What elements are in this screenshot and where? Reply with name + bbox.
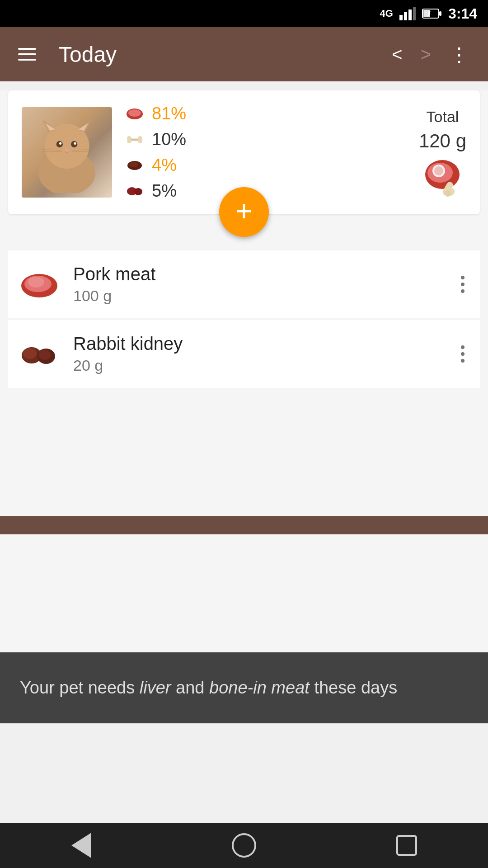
meat-pct: 81%	[152, 104, 186, 123]
pct-row-liver: 4%	[126, 156, 405, 175]
status-bar: 4G 3:14	[0, 0, 488, 27]
organ-icon-small	[126, 184, 144, 198]
list-item: Rabbit kidney 20 g	[8, 320, 480, 388]
bone-icon-small	[126, 133, 144, 146]
svg-point-29	[127, 139, 131, 143]
svg-rect-1	[404, 12, 407, 20]
list-item: Pork meat 100 g	[8, 250, 480, 318]
svg-rect-5	[439, 11, 441, 16]
svg-point-47	[23, 348, 37, 359]
total-value: 120 g	[419, 130, 466, 152]
percentage-list: 81% 10%	[126, 104, 405, 201]
menu-button[interactable]	[14, 43, 41, 65]
rabbit-kidney-weight: 20 g	[73, 357, 443, 374]
svg-point-18	[59, 142, 61, 145]
meat-icon	[126, 107, 144, 121]
nav-home-button[interactable]	[226, 827, 262, 863]
back-arrow[interactable]: <	[387, 40, 407, 69]
more-options-button[interactable]: ⋮	[445, 38, 474, 71]
back-nav-icon	[71, 833, 91, 858]
liver-icon-small	[126, 159, 144, 172]
nav-back-button[interactable]	[63, 827, 99, 863]
signal-icon	[399, 7, 416, 20]
svg-point-19	[74, 142, 76, 145]
pork-meat-icon	[19, 269, 60, 300]
rabbit-kidney-info: Rabbit kidney 20 g	[73, 334, 443, 374]
food-list: Pork meat 100 g Rabbit kidney 20 g	[0, 250, 488, 388]
bone-pct: 10%	[152, 130, 186, 149]
toolbar-nav: < > ⋮	[387, 38, 474, 71]
recent-nav-icon	[396, 835, 417, 856]
toolbar-title: Today	[59, 42, 374, 67]
pct-row-organ: 5%	[126, 181, 405, 201]
bottom-nav	[0, 823, 488, 868]
total-label: Total	[427, 108, 459, 126]
add-food-button[interactable]: +	[219, 187, 269, 237]
pork-meat-name: Pork meat	[73, 264, 443, 284]
liver-pct: 4%	[152, 156, 177, 175]
nav-recent-button[interactable]	[389, 827, 425, 863]
svg-point-33	[129, 162, 138, 167]
svg-point-39	[434, 166, 443, 175]
svg-point-35	[134, 188, 142, 195]
spacer	[0, 390, 488, 516]
pct-row-bone: 10%	[126, 130, 405, 149]
pork-meat-info: Pork meat 100 g	[73, 264, 443, 305]
home-nav-icon	[232, 833, 256, 858]
battery-icon	[422, 8, 442, 19]
svg-point-31	[138, 139, 142, 143]
organ-pct: 5%	[152, 181, 177, 201]
main-content: 81% 10%	[0, 90, 488, 723]
pork-meat-menu-button[interactable]	[456, 271, 469, 297]
recommendation-banner: Your pet needs liver and bone-in meat th…	[0, 652, 488, 723]
svg-point-49	[39, 350, 51, 360]
svg-rect-3	[413, 7, 416, 20]
svg-point-42	[445, 190, 451, 197]
status-time: 3:14	[448, 5, 477, 22]
recommendation-text: Your pet needs liver and bone-in meat th…	[20, 675, 468, 701]
rabbit-kidney-name: Rabbit kidney	[73, 334, 443, 354]
forward-arrow[interactable]: >	[416, 40, 436, 69]
svg-point-26	[128, 109, 141, 117]
rabbit-kidney-menu-button[interactable]	[456, 341, 469, 367]
pet-image	[22, 107, 112, 198]
pct-row-meat: 81%	[126, 104, 405, 123]
pork-meat-weight: 100 g	[73, 287, 443, 305]
svg-point-20	[65, 149, 69, 151]
svg-rect-2	[408, 9, 412, 20]
toolbar: Today < > ⋮	[0, 27, 488, 81]
meat-leg-icon	[420, 156, 465, 197]
network-indicator: 4G	[380, 8, 393, 19]
svg-rect-0	[399, 15, 403, 20]
rabbit-kidney-icon	[19, 338, 60, 370]
brown-accent-bar	[0, 516, 488, 534]
plus-icon: +	[235, 197, 252, 226]
svg-point-45	[28, 277, 44, 288]
summary-card: 81% 10%	[8, 90, 480, 214]
total-section: Total 120 g	[419, 108, 466, 197]
